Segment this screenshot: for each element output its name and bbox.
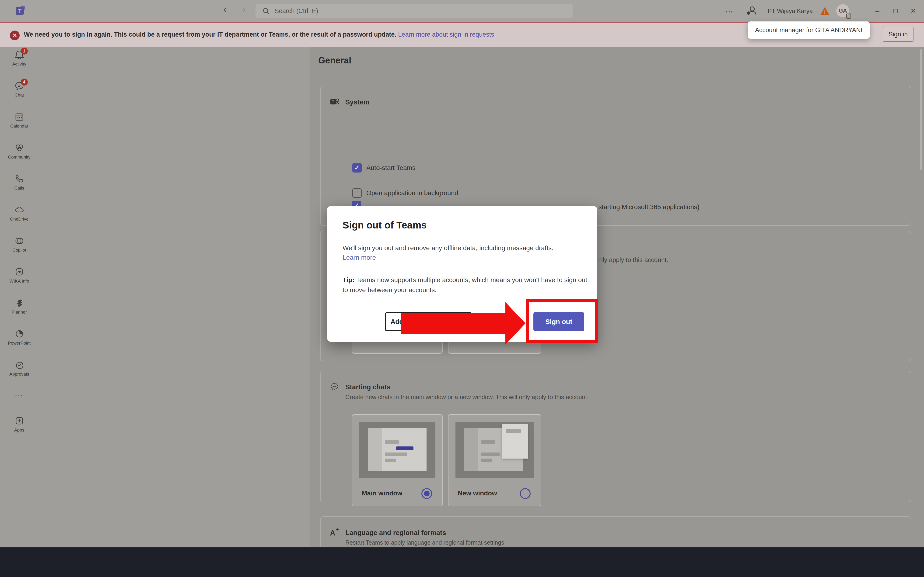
wika-info-icon — [14, 266, 25, 278]
main-window-thumbnail — [359, 422, 435, 478]
page-title: General — [318, 55, 351, 66]
powerpoint-icon: P — [14, 329, 25, 340]
main-window-option[interactable]: Main window — [352, 414, 443, 506]
chat-badge: 4 — [21, 79, 28, 85]
sidebar-item-calendar[interactable]: Calendar — [0, 111, 39, 129]
checkbox-checked-icon[interactable]: ✓ — [352, 163, 362, 172]
copilot-icon — [14, 235, 25, 247]
sidebar-item-chat[interactable]: 4 Chat — [0, 81, 39, 98]
tip-label: Tip: — [342, 276, 354, 284]
search-placeholder: Search (Ctrl+E) — [275, 4, 318, 18]
teams-system-icon: T — [329, 97, 340, 107]
presence-status-icon — [846, 13, 851, 19]
sign-in-button[interactable]: Sign in — [883, 27, 913, 42]
dialog-title: Sign out of Teams — [342, 219, 427, 231]
dialog-body-text: We'll sign you out and remove any offlin… — [342, 243, 585, 253]
sidebar-item-apps[interactable]: Apps — [0, 416, 39, 433]
main-window-radio[interactable] — [422, 488, 432, 499]
main-window-label: Main window — [362, 490, 402, 497]
new-window-option[interactable]: New window — [448, 414, 541, 506]
starting-chats-icon — [329, 381, 340, 392]
sidebar-item-onedrive[interactable]: OneDrive — [0, 205, 39, 222]
annotation-highlight-box — [526, 299, 598, 343]
nav-forward-icon[interactable]: › — [238, 3, 250, 15]
search-input[interactable]: Search (Ctrl+E) — [255, 4, 573, 18]
search-icon — [263, 8, 270, 15]
maximize-button[interactable]: □ — [889, 5, 902, 17]
phone-icon — [14, 174, 25, 185]
learn-more-link[interactable]: Learn more — [342, 254, 376, 261]
community-icon — [14, 142, 25, 154]
minimize-button[interactable]: – — [871, 5, 884, 17]
settings-nav-pane — [39, 47, 310, 547]
teams-logo-icon: T — [13, 5, 25, 17]
windows-taskbar: Search 2 T ! — [0, 547, 924, 577]
approvals-icon — [14, 359, 25, 371]
banner-message: We need you to sign in again. This could… — [24, 31, 396, 38]
annotation-arrow-head-icon — [506, 302, 525, 345]
register-teams-label-fragment: starting Microsoft 365 applications) — [599, 203, 699, 211]
chat-icon: 4 — [14, 81, 25, 92]
language-icon: A — [329, 527, 340, 538]
svg-text:A: A — [330, 529, 335, 537]
starting-chats-title: Starting chats — [345, 383, 390, 391]
sidebar-item-wika-info[interactable]: WIKA Info — [0, 266, 39, 284]
nav-back-icon[interactable]: ‹ — [219, 3, 231, 15]
planner-icon — [14, 298, 25, 309]
sidebar-item-activity[interactable]: 1 Activity — [0, 50, 39, 67]
account-warning-icon: ! — [821, 7, 829, 15]
starting-chats-description: Create new chats in the main window or a… — [345, 393, 589, 401]
sidebar-item-planner[interactable]: Planner — [0, 298, 39, 315]
account-manager-tooltip: Account manager for GITA ANDRYANI — [748, 21, 870, 39]
close-button[interactable]: ✕ — [907, 5, 920, 17]
error-icon: ✕ — [10, 31, 19, 40]
hidden-section-description-fragment: nly apply to this account. — [599, 256, 668, 264]
activity-badge: 1 — [21, 48, 28, 55]
checkbox-unchecked-icon[interactable] — [352, 189, 362, 198]
cloud-icon — [14, 205, 25, 216]
app-rail: 1 Activity 4 Chat Calendar Community — [0, 47, 39, 547]
sidebar-item-copilot[interactable]: Copilot — [0, 235, 39, 253]
dialog-tip-text: Tip: Teams now supports multiple account… — [342, 275, 588, 295]
new-window-thumbnail — [456, 422, 534, 478]
header-divider — [310, 77, 924, 78]
language-section-description: Restart Teams to apply language and regi… — [345, 539, 504, 546]
sidebar-item-calls[interactable]: Calls — [0, 174, 39, 191]
language-section-title: Language and regional formats — [345, 529, 446, 537]
sidebar-item-approvals[interactable]: Approvals — [0, 359, 39, 377]
calendar-icon — [14, 111, 25, 122]
new-window-label: New window — [458, 490, 497, 497]
new-window-radio[interactable] — [520, 488, 531, 499]
activity-bell-icon: 1 — [14, 50, 25, 61]
title-bar: T ‹ › Search (Ctrl+E) ⋯ PT Wijaya Karya … — [0, 0, 924, 22]
svg-text:T: T — [332, 100, 334, 104]
sidebar-item-more[interactable]: ... — [0, 388, 39, 398]
teams-app-window: T ‹ › Search (Ctrl+E) ⋯ PT Wijaya Karya … — [0, 0, 924, 577]
svg-text:P: P — [18, 332, 20, 337]
banner-learn-more-link[interactable]: Learn more about sign-in requests — [398, 31, 494, 38]
annotation-arrow-shaft — [401, 313, 506, 334]
sidebar-item-powerpoint[interactable]: P PowerPoint — [0, 329, 39, 346]
scrollbar[interactable] — [920, 49, 922, 170]
sidebar-item-community[interactable]: Community — [0, 142, 39, 160]
system-section-title: System — [345, 98, 369, 106]
starting-chats-card: Starting chats Create new chats in the m… — [320, 371, 911, 503]
apps-icon — [14, 416, 25, 427]
more-apps-icon: ... — [0, 388, 39, 398]
